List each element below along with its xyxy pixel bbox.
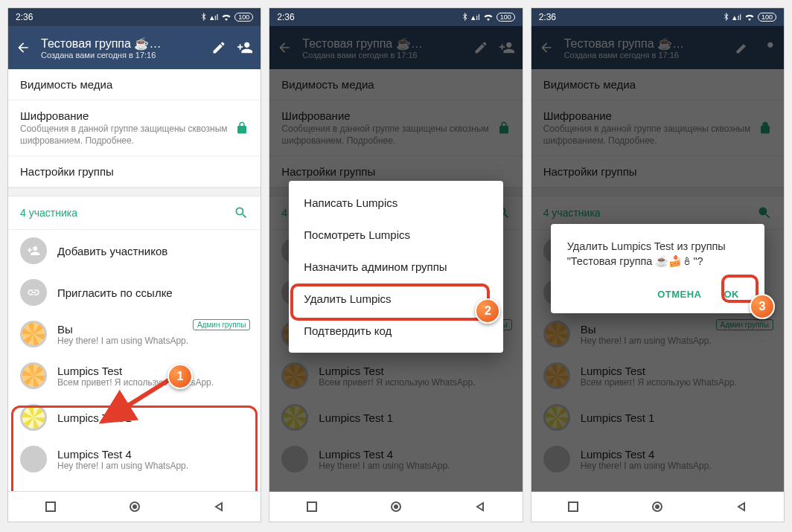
nav-recent[interactable] (8, 501, 92, 512)
back-icon[interactable] (16, 40, 31, 55)
svg-rect-6 (569, 502, 578, 511)
battery-icon: 100 (496, 13, 515, 22)
nav-bar (269, 491, 522, 522)
avatar (20, 321, 47, 347)
svg-point-8 (655, 504, 660, 509)
clock: 2:36 (277, 12, 462, 22)
search-icon[interactable] (234, 205, 249, 220)
nav-back[interactable] (700, 501, 784, 512)
encryption-item[interactable]: Шифрование Сообщения в данной группе защ… (8, 100, 261, 156)
section-divider (8, 188, 261, 196)
clock: 2:36 (16, 12, 201, 22)
status-bar: 2:36 ▴ıl 100 (531, 8, 784, 26)
cancel-button[interactable]: ОТМЕНА (648, 283, 710, 306)
group-title: Тестовая группа ☕… (41, 36, 201, 51)
dialog-message: Удалить Lumpics Test из группы "Тестовая… (567, 239, 748, 269)
link-icon (20, 279, 47, 306)
signal-icon: ▴ıl (210, 13, 219, 22)
battery-icon: 100 (234, 13, 253, 22)
status-bar: 2:36 ▴ıl 100 (269, 8, 522, 26)
avatar (20, 362, 47, 389)
status-icons: ▴ıl 100 (724, 13, 776, 22)
wifi-icon (744, 13, 755, 22)
admin-badge: Админ группы (193, 319, 250, 330)
nav-home[interactable] (92, 501, 176, 513)
group-settings-item[interactable]: Настройки группы (8, 156, 261, 188)
nav-bar (8, 491, 261, 522)
nav-recent[interactable] (531, 501, 616, 512)
clock: 2:36 (539, 12, 724, 22)
step-badge-3: 3 (750, 294, 775, 319)
bluetooth-icon (724, 13, 729, 22)
svg-rect-0 (46, 502, 55, 511)
menu-view[interactable]: Посмотреть Lumpics (289, 219, 502, 251)
status-bar: 2:36 ▴ıl 100 (8, 8, 261, 26)
edit-icon[interactable] (211, 40, 226, 55)
arrow-icon (99, 376, 173, 425)
add-person-icon[interactable] (237, 39, 253, 56)
media-visibility-item[interactable]: Видимость медиа (8, 69, 261, 100)
content: Видимость медиа Шифрование Сообщения в д… (8, 69, 261, 491)
wifi-icon (221, 13, 231, 22)
menu-write[interactable]: Написать Lumpics (289, 187, 502, 219)
menu-remove[interactable]: Удалить Lumpics (289, 283, 502, 315)
bluetooth-icon (201, 13, 207, 22)
ok-button[interactable]: OK (715, 283, 748, 306)
menu-make-admin[interactable]: Назначить админом группы (289, 251, 502, 283)
wifi-icon (483, 13, 494, 22)
invite-link-row[interactable]: Пригласить по ссылке (8, 272, 261, 313)
context-menu: Написать Lumpics Посмотреть Lumpics Назн… (289, 181, 502, 353)
status-icons: ▴ıl 100 (201, 13, 254, 22)
menu-confirm-code[interactable]: Подтвердить код (289, 315, 502, 347)
confirm-dialog: Удалить Lumpics Test из группы "Тестовая… (551, 224, 764, 313)
status-icons: ▴ıl 100 (462, 13, 515, 22)
title-block[interactable]: Тестовая группа ☕… Создана вами сегодня … (41, 36, 201, 60)
lock-icon (235, 121, 249, 135)
nav-home[interactable] (616, 501, 700, 513)
nav-bar (531, 491, 784, 522)
participant-row-you[interactable]: Вы Hey there! I am using WhatsApp. Админ… (8, 313, 261, 355)
screen-3: 2:36 ▴ıl 100 Тестовая группа ☕… Создана … (531, 7, 785, 522)
svg-point-5 (394, 504, 398, 509)
battery-icon: 100 (758, 13, 776, 22)
bluetooth-icon (462, 13, 468, 22)
avatar (20, 446, 47, 472)
nav-recent[interactable] (269, 501, 354, 512)
screen-2: 2:36 ▴ıl 100 Тестовая группа ☕… Создана … (269, 7, 523, 522)
svg-point-2 (132, 504, 137, 509)
svg-rect-3 (307, 502, 316, 511)
signal-icon: ▴ıl (732, 13, 741, 22)
avatar (20, 404, 47, 431)
app-bar: Тестовая группа ☕… Создана вами сегодня … (8, 26, 261, 69)
encryption-sub: Сообщения в данной группе защищены сквоз… (20, 124, 235, 147)
nav-back[interactable] (176, 501, 261, 512)
add-icon (20, 237, 47, 264)
participants-count: 4 участника (20, 207, 234, 219)
signal-icon: ▴ıl (471, 13, 480, 22)
step-badge-1: 1 (167, 364, 193, 389)
participant-row-lumpics-test-4[interactable]: Lumpics Test 4 Hey there! I am using Wha… (8, 438, 261, 480)
encryption-title: Шифрование (20, 109, 235, 122)
nav-back[interactable] (438, 501, 523, 512)
add-participants-row[interactable]: Добавить участников (8, 230, 261, 272)
screen-1: 2:36 ▴ıl 100 Тестовая группа ☕… Создана … (7, 7, 261, 522)
nav-home[interactable] (354, 501, 438, 513)
participants-header: 4 участника (8, 196, 261, 230)
group-subtitle: Создана вами сегодня в 17:16 (41, 51, 201, 60)
